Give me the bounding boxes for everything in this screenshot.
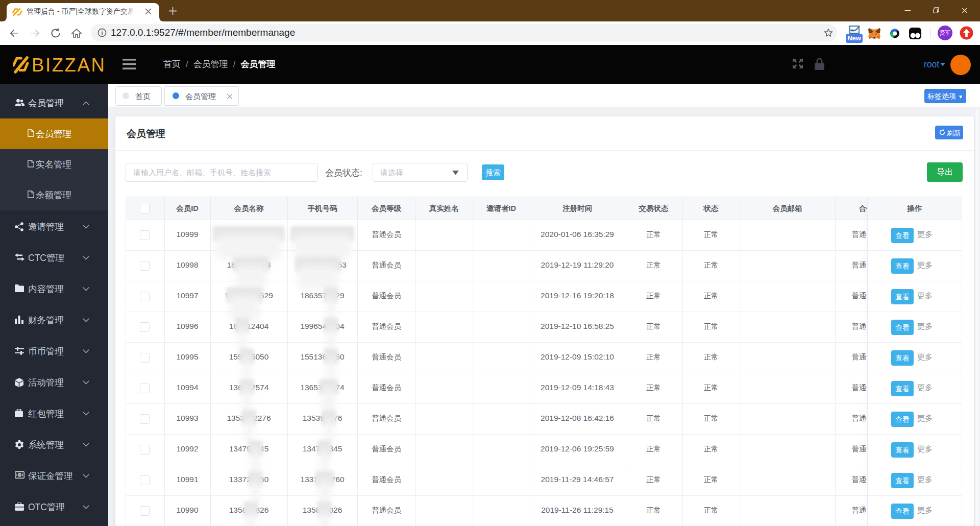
svg-text:BIZZAN: BIZZAN (32, 55, 106, 74)
